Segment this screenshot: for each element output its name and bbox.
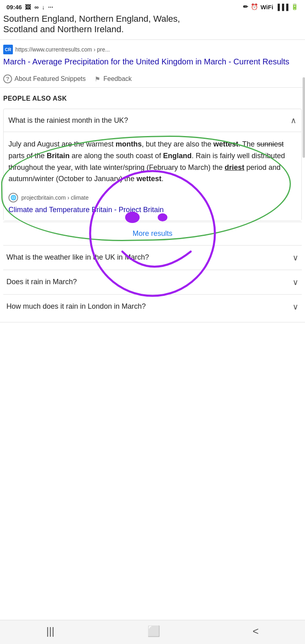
collapsed-question-2: Does it rain in March?	[6, 278, 293, 286]
more-icon: ···	[48, 4, 54, 10]
collapsed-question-3: How much does it rain in London in March…	[6, 302, 293, 311]
paa-collapsed-item-2[interactable]: Does it rain in March? ∨	[3, 270, 302, 294]
nav-bar: ||| ⬜ <	[0, 620, 305, 644]
alarm-icon: ⏰	[251, 3, 258, 10]
flag-icon: ⚑	[94, 75, 101, 83]
globe-icon: 🌐	[8, 193, 18, 202]
download-icon: ↓	[42, 4, 45, 10]
expanded-question-text: What is the rainiest month in the UK?	[8, 116, 291, 125]
about-snippets-label: About Featured Snippets	[14, 75, 86, 83]
question-icon: ?	[3, 74, 12, 83]
snippets-row: ? About Featured Snippets ⚑ Feedback	[0, 70, 305, 88]
battery-icon: 🔋	[291, 3, 299, 10]
wifi-icon: WiFi	[261, 4, 274, 10]
people-also-ask-section: PEOPLE ALSO ASK What is the rainiest mon…	[0, 88, 305, 322]
feedback-label: Feedback	[103, 75, 132, 83]
paa-title: PEOPLE ALSO ASK	[3, 95, 302, 102]
collapsed-question-1: What is the weather like in the UK in Ma…	[6, 253, 293, 262]
chevron-down-icon-3: ∨	[293, 302, 299, 312]
chevron-up-icon: ∧	[291, 116, 297, 125]
chain-icon: ∞	[34, 4, 39, 10]
chevron-down-icon-1: ∨	[293, 253, 299, 262]
signal-icon: ▐▐▐	[276, 4, 289, 10]
answer-source-link[interactable]: Climate and Temperature Britain - Projec…	[8, 204, 297, 216]
chevron-down-icon-2: ∨	[293, 277, 299, 287]
page-wrapper: 09:46 🖼 ∞ ↓ ··· ✏ ⏰ WiFi ▐▐▐ 🔋 Southern …	[0, 0, 305, 351]
partial-line2: Scotland and Northern Ireland.	[3, 24, 302, 35]
nav-home-icon[interactable]: ⬜	[147, 625, 160, 638]
more-results-button[interactable]: More results	[132, 229, 172, 238]
result-source: CR https://www.currentresults.com › pre.…	[3, 45, 302, 54]
about-snippets-button[interactable]: ? About Featured Snippets	[3, 74, 86, 83]
nav-menu-icon[interactable]: |||	[46, 625, 54, 638]
source-url: https://www.currentresults.com › pre...	[15, 46, 110, 53]
paa-collapsed-item-3[interactable]: How much does it rain in London in March…	[3, 294, 302, 319]
more-results-row: More results	[3, 222, 302, 245]
scroll-indicator[interactable]	[303, 77, 305, 158]
answer-source-row: 🌐 projectbritain.com › climate	[8, 190, 297, 202]
image-icon: 🖼	[25, 4, 31, 10]
answer-paragraph: July and August are the warmest months, …	[8, 138, 297, 185]
answer-source-domain: projectbritain.com › climate	[21, 193, 89, 202]
paa-collapsed-item-1[interactable]: What is the weather like in the UK in Ma…	[3, 245, 302, 270]
feedback-button[interactable]: ⚑ Feedback	[94, 75, 132, 83]
pen-icon: ✏	[243, 3, 248, 10]
search-result: CR https://www.currentresults.com › pre.…	[0, 40, 305, 70]
paa-question-header[interactable]: What is the rainiest month in the UK? ∧	[4, 109, 301, 132]
nav-back-icon[interactable]: <	[253, 625, 259, 638]
status-time: 09:46	[6, 4, 22, 10]
paa-answer-box: July and August are the warmest months, …	[4, 132, 301, 221]
result-title[interactable]: March - Average Precipitation for the Un…	[3, 57, 289, 66]
status-right: ✏ ⏰ WiFi ▐▐▐ 🔋	[243, 3, 299, 10]
partial-line1: Southern England, Northern England, Wale…	[3, 14, 302, 24]
partial-text-block: Southern England, Northern England, Wale…	[0, 14, 305, 40]
paa-expanded-item: What is the rainiest month in the UK? ∧ …	[3, 109, 302, 221]
status-left: 09:46 🖼 ∞ ↓ ···	[6, 4, 53, 10]
source-logo: CR	[3, 45, 13, 54]
status-bar: 09:46 🖼 ∞ ↓ ··· ✏ ⏰ WiFi ▐▐▐ 🔋	[0, 0, 305, 14]
